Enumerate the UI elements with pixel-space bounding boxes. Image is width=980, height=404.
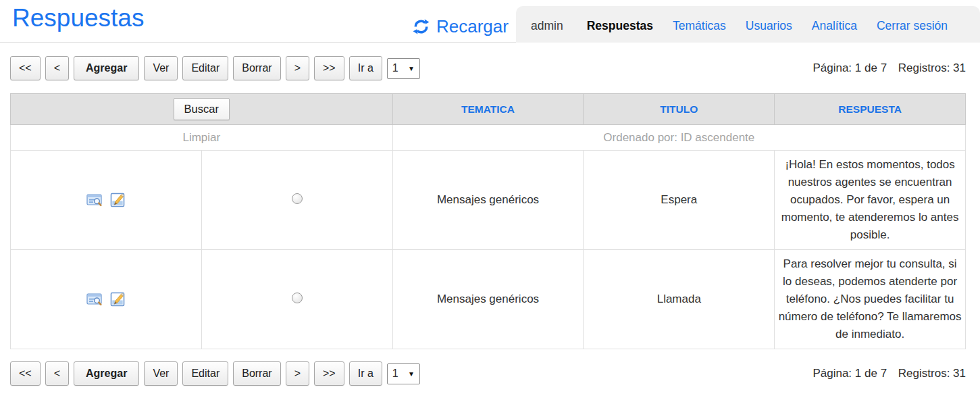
toolbar-bottom: << < Agregar Ver Editar Borrar > >> Ir a… [10, 361, 966, 386]
main-content: << < Agregar Ver Editar Borrar > >> Ir a… [0, 56, 980, 386]
goto-page-button[interactable]: Ir a [349, 361, 382, 386]
page-count-label: Página: 1 de 7 [813, 367, 887, 380]
titulo-cell: Espera [584, 151, 775, 250]
delete-button[interactable]: Borrar [233, 56, 280, 80]
edit-record-icon[interactable] [109, 192, 126, 208]
last-page-button[interactable]: >> [314, 361, 344, 386]
page-select-value: 1 [392, 368, 398, 380]
page-number-select[interactable]: 1 ▼ [387, 363, 420, 384]
row-select-cell [201, 250, 392, 349]
view-button[interactable]: Ver [144, 56, 178, 80]
sort-status-label: Ordenado por: ID ascendente [392, 125, 965, 151]
search-button[interactable]: Buscar [174, 98, 230, 120]
column-header-respuesta: RESPUESTA [775, 94, 966, 125]
last-page-button[interactable]: >> [314, 56, 344, 80]
next-page-button[interactable]: > [286, 361, 309, 386]
edit-button[interactable]: Editar [182, 361, 228, 386]
titulo-cell: Llamada [584, 250, 775, 349]
row-actions-cell [11, 250, 202, 349]
page-count-label: Página: 1 de 7 [813, 61, 887, 74]
chevron-down-icon: ▼ [408, 65, 415, 72]
nav-item-tematicas[interactable]: Temáticas [673, 19, 726, 33]
tematica-cell: Mensajes genéricos [392, 151, 584, 250]
record-count-label: Registros: 31 [898, 367, 966, 380]
pagination-info: Página: 1 de 7 Registros: 31 [813, 367, 966, 380]
tematica-cell: Mensajes genéricos [392, 250, 584, 349]
prev-page-button[interactable]: < [45, 361, 69, 386]
row-select-radio[interactable] [292, 193, 303, 204]
prev-page-button[interactable]: < [45, 56, 69, 80]
pagination-info: Página: 1 de 7 Registros: 31 [813, 61, 966, 75]
goto-page-button[interactable]: Ir a [349, 56, 382, 80]
first-page-button[interactable]: << [10, 361, 41, 386]
next-page-button[interactable]: > [286, 56, 309, 80]
add-button[interactable]: Agregar [74, 56, 139, 80]
filter-row: Limpiar Ordenado por: ID ascendente [11, 125, 966, 151]
search-header-cell: Buscar [11, 94, 393, 125]
nav-item-admin: admin [531, 19, 563, 33]
respuesta-cell: Para resolver mejor tu consulta, si lo d… [775, 250, 966, 349]
page-select-value: 1 [392, 62, 398, 74]
respuesta-cell: ¡Hola! En estos momentos, todos nuestros… [775, 151, 966, 250]
reload-link[interactable]: Recargar [412, 16, 509, 37]
column-header-tematica: TEMATICA [392, 94, 584, 125]
first-page-button[interactable]: << [10, 56, 41, 80]
table-header-row: Buscar TEMATICA TITULO RESPUESTA [11, 94, 966, 125]
row-select-cell [201, 151, 392, 250]
nav-item-cerrar-sesion[interactable]: Cerrar sesión [877, 19, 948, 33]
chevron-down-icon: ▼ [408, 370, 415, 378]
page-number-select[interactable]: 1 ▼ [387, 58, 420, 79]
top-navigation: admin Respuestas Temáticas Usuarios Anal… [516, 6, 980, 43]
nav-item-respuestas[interactable]: Respuestas [587, 19, 653, 33]
view-button[interactable]: Ver [144, 361, 178, 386]
edit-button[interactable]: Editar [182, 56, 228, 80]
record-count-label: Registros: 31 [898, 61, 966, 74]
table-row: Mensajes genéricos Llamada Para resolver… [11, 250, 966, 349]
view-record-icon[interactable] [86, 192, 103, 208]
row-actions-cell [11, 151, 202, 250]
delete-button[interactable]: Borrar [233, 361, 280, 386]
records-table: Buscar TEMATICA TITULO RESPUESTA Limpiar… [10, 93, 966, 349]
nav-item-analitica[interactable]: Analítica [812, 19, 857, 33]
nav-item-usuarios[interactable]: Usuarios [746, 19, 792, 33]
page-title: Respuestas [12, 4, 144, 32]
clear-filter-link[interactable]: Limpiar [11, 125, 393, 151]
refresh-icon [412, 18, 430, 36]
add-button[interactable]: Agregar [74, 361, 139, 386]
toolbar-top: << < Agregar Ver Editar Borrar > >> Ir a… [10, 56, 966, 80]
table-row: Mensajes genéricos Espera ¡Hola! En esto… [11, 151, 966, 250]
row-select-radio[interactable] [292, 293, 303, 303]
column-header-titulo: TITULO [584, 94, 775, 125]
view-record-icon[interactable] [86, 291, 103, 307]
reload-label: Recargar [436, 16, 509, 37]
page-header: Respuestas Recargar admin Respuestas Tem… [0, 0, 980, 43]
edit-record-icon[interactable] [109, 291, 126, 307]
